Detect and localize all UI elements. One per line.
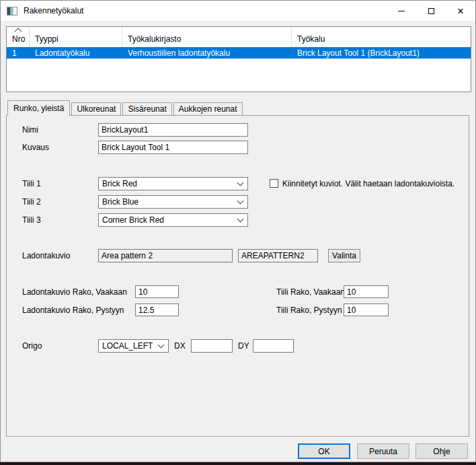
column-header-label: Nro <box>12 34 25 44</box>
tiili1-selected-value: Brick Red <box>102 179 238 188</box>
cell-nro: 1 <box>7 48 30 58</box>
tiili-rako-pystyyn-label: Tiili Rako, Pystyyn <box>276 306 342 315</box>
dy-input[interactable] <box>253 339 294 353</box>
column-header-tyokalukirjasto[interactable]: Työkalukirjasto <box>122 27 292 47</box>
maximize-icon <box>428 8 434 14</box>
ladontakuvio-name-field[interactable] <box>98 249 233 262</box>
origo-label: Origo <box>22 341 42 351</box>
origo-selected-value: LOCAL_LEFT <box>102 341 159 351</box>
tab-runko-yleista[interactable]: Runko, yleistä <box>7 100 70 116</box>
dy-label: DY <box>238 341 249 351</box>
ladontakuvio-rako-pystyyn-input[interactable] <box>135 303 179 316</box>
cell-tyokalu: Brick Layout Tool 1 (BrickLayout1) <box>292 48 471 58</box>
tiili2-selected-value: Brick Blue <box>102 197 238 207</box>
chevron-down-icon <box>158 341 165 348</box>
ladontakuvio-rako-vaakaan-label: Ladontakuvio Rako, Vaakaan <box>22 287 127 297</box>
column-header-label: Tyyppi <box>35 34 58 44</box>
cell-tyokalukirjasto: Verhoustiilien ladontatyökalu <box>122 48 292 58</box>
tab-ulkoreunat[interactable]: Ulkoreunat <box>71 102 121 115</box>
column-header-nro[interactable]: Nro <box>7 27 30 47</box>
chevron-down-icon <box>237 215 244 222</box>
origo-select[interactable]: LOCAL_LEFT <box>98 339 169 353</box>
nimi-label: Nimi <box>22 125 38 135</box>
tiili3-selected-value: Corner Brick Red <box>102 215 238 225</box>
column-header-tyokalu[interactable]: Työkalu <box>292 27 471 47</box>
dx-input[interactable] <box>191 339 233 353</box>
chevron-down-icon <box>237 179 244 186</box>
tiili2-label: Tiili 2 <box>22 197 41 207</box>
tiili3-select[interactable]: Corner Brick Red <box>98 213 248 227</box>
ok-button[interactable]: OK <box>298 443 350 459</box>
maximize-button[interactable] <box>416 1 446 21</box>
tiili-rako-vaakaan-input[interactable] <box>344 285 389 298</box>
ladontakuvio-label: Ladontakuvio <box>22 251 70 260</box>
title-bar[interactable]: Rakennetyökalut × <box>1 1 475 21</box>
tiili-rako-vaakaan-label: Tiili Rako, Vaakaan <box>276 287 345 297</box>
window-title: Rakennetyökalut <box>24 6 83 15</box>
table-row[interactable]: 1 Ladontatyökalu Verhoustiilien ladontat… <box>7 47 471 59</box>
kiinnitetyt-checkbox[interactable] <box>270 179 278 188</box>
tiili2-select[interactable]: Brick Blue <box>98 195 248 209</box>
minimize-icon <box>398 11 405 11</box>
dx-label: DX <box>174 341 186 351</box>
tab-strip: Runko, yleistä Ulkoreunat Sisäreunat Auk… <box>7 100 244 116</box>
kuvaus-label: Kuvaus <box>22 143 49 152</box>
tab-sisareunat[interactable]: Sisäreunat <box>122 102 171 115</box>
cell-tyyppi: Ladontatyökalu <box>30 48 122 58</box>
tiili-rako-pystyyn-input[interactable] <box>344 303 389 316</box>
chevron-down-icon <box>237 197 244 204</box>
app-icon <box>7 7 17 15</box>
ohje-button[interactable]: Ohje <box>415 443 468 459</box>
tiili1-select[interactable]: Brick Red <box>98 177 248 190</box>
kuvaus-input[interactable] <box>98 141 248 154</box>
tab-aukkojen-reunat[interactable]: Aukkojen reunat <box>173 102 243 115</box>
close-icon: × <box>457 5 464 17</box>
nimi-input[interactable] <box>98 123 248 137</box>
tiili3-label: Tiili 3 <box>22 215 41 225</box>
valinta-button[interactable]: Valinta <box>328 249 360 262</box>
column-header-tyyppi[interactable]: Tyyppi <box>30 27 122 47</box>
minimize-button[interactable] <box>387 1 416 21</box>
peruuta-button[interactable]: Peruuta <box>357 443 409 459</box>
kiinnitetyt-label: Kiinnitetyt kuviot. Välit haetaan ladont… <box>282 179 454 188</box>
tool-list-header: Nro Tyyppi Työkalukirjasto Työkalu <box>7 27 471 47</box>
ladontakuvio-rako-vaakaan-input[interactable] <box>135 285 179 298</box>
column-header-label: Työkalu <box>297 34 325 44</box>
tool-list: Nro Tyyppi Työkalukirjasto Työkalu 1 Lad… <box>6 26 471 92</box>
ladontakuvio-rako-pystyyn-label: Ladontakuvio Rako, Pystyyn <box>22 306 124 315</box>
tab-page-runko-yleista: Nimi Kuvaus Tiili 1 Brick Red Tiili 2 Br… <box>6 115 469 437</box>
rakennetyokalut-dialog: Rakennetyökalut × Nro Tyyppi Työkalukirj… <box>0 0 476 462</box>
close-button[interactable]: × <box>446 1 475 21</box>
column-header-label: Työkalukirjasto <box>128 34 181 44</box>
tiili1-label: Tiili 1 <box>22 179 41 188</box>
ladontakuvio-code-field[interactable] <box>238 249 318 262</box>
